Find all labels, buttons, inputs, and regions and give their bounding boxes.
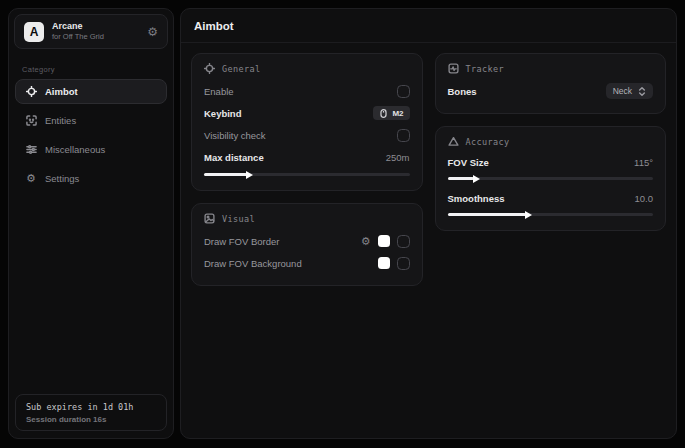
sidebar-item-label: Aimbot [45,86,78,97]
brand-card: A Arcane for Off The Grid ⚙ [14,14,168,49]
fov-size-label: FOV Size [448,157,489,168]
sidebar-item-entities[interactable]: Entities [15,108,167,133]
settings-gear-icon[interactable]: ⚙ [147,26,158,38]
sidebar-item-settings[interactable]: ⚙ Settings [15,166,167,191]
sidebar-nav: Aimbot Entities Miscellaneous ⚙ Settings [9,79,173,191]
smoothness-label: Smoothness [448,193,505,204]
slider-thumb[interactable] [473,175,480,183]
enable-checkbox[interactable] [397,85,410,98]
visibility-check-label: Visibility check [204,130,266,141]
sidebar-item-miscellaneous[interactable]: Miscellaneous [15,137,167,162]
fov-border-checkbox[interactable] [397,235,410,248]
draw-fov-border-label: Draw FOV Border [204,236,280,247]
slider-thumb[interactable] [246,171,253,179]
draw-fov-background-label: Draw FOV Background [204,258,302,269]
general-card: General Enable Keybind M2 Visibility che… [191,53,423,191]
session-duration-text: Session duration 16s [26,415,156,424]
visibility-check-checkbox[interactable] [397,129,410,142]
fov-background-checkbox[interactable] [397,257,410,270]
crosshair-icon [204,63,215,74]
mouse-icon [379,109,388,118]
visual-card-header: Visual [204,213,410,224]
app-title: Arcane [52,21,139,32]
bones-label: Bones [448,86,477,97]
max-distance-label: Max distance [204,152,264,163]
page-title: Aimbot [194,20,234,32]
card-title: Tracker [466,64,505,74]
subscription-status-card: Sub expires in 1d 01h Session duration 1… [15,394,167,431]
keybind-label: Keybind [204,108,241,119]
keybind-value: M2 [392,109,403,118]
content: General Enable Keybind M2 Visibility che… [181,43,676,296]
keybind-badge[interactable]: M2 [373,106,409,120]
card-title: Accuracy [466,137,510,147]
fov-size-row: FOV Size 115° [448,153,654,172]
category-label: Category [9,54,173,79]
sidebar-item-aimbot[interactable]: Aimbot [15,79,167,104]
main-header: Aimbot [181,9,676,43]
right-column: Tracker Bones Neck Accuracy FOV Size [435,53,667,286]
app-logo: A [24,22,44,42]
smoothness-slider[interactable] [448,213,654,216]
draw-fov-border-row: Draw FOV Border ⚙ [204,230,410,252]
max-distance-slider[interactable] [204,173,410,176]
app-subtitle: for Off The Grid [52,32,139,41]
gear-icon: ⚙ [25,173,37,185]
main-panel: Aimbot General Enable Keybind M2 [180,8,677,439]
card-title: Visual [222,214,255,224]
bones-selected-value: Neck [613,86,632,96]
fov-border-color-swatch[interactable] [378,235,390,247]
slider-thumb[interactable] [525,211,532,219]
image-icon [204,213,215,224]
tracker-card-header: Tracker [448,63,654,74]
card-title: General [222,64,261,74]
activity-icon [448,63,459,74]
tracker-card: Tracker Bones Neck [435,53,667,114]
max-distance-row: Max distance 250m [204,146,410,168]
sidebar: A Arcane for Off The Grid ⚙ Category Aim… [8,8,174,439]
left-column: General Enable Keybind M2 Visibility che… [191,53,423,286]
fov-size-slider[interactable] [448,177,654,180]
general-card-header: General [204,63,410,74]
bones-row: Bones Neck [448,80,654,102]
scan-icon [25,115,37,127]
chevron-up-down-icon [638,87,646,96]
draw-fov-background-row: Draw FOV Background [204,252,410,274]
keybind-row: Keybind M2 [204,102,410,124]
enable-row: Enable [204,80,410,102]
enable-label: Enable [204,86,234,97]
bones-select[interactable]: Neck [606,83,653,99]
smoothness-row: Smoothness 10.0 [448,189,654,208]
sliders-icon [25,144,37,156]
sidebar-item-label: Entities [45,115,76,126]
max-distance-value: 250m [386,152,410,163]
sub-expiry-text: Sub expires in 1d 01h [26,402,156,412]
triangle-icon [448,136,459,147]
crosshair-icon [25,86,37,98]
visibility-check-row: Visibility check [204,124,410,146]
fov-border-gear-icon[interactable]: ⚙ [361,236,371,247]
fov-background-color-swatch[interactable] [378,257,390,269]
smoothness-value: 10.0 [635,193,654,204]
fov-size-value: 115° [634,157,653,168]
brand-text: Arcane for Off The Grid [52,21,139,42]
accuracy-card-header: Accuracy [448,136,654,147]
sidebar-item-label: Miscellaneous [45,144,105,155]
visual-card: Visual Draw FOV Border ⚙ Draw FOV Backgr… [191,203,423,286]
sidebar-item-label: Settings [45,173,79,184]
accuracy-card: Accuracy FOV Size 115° Smoothness 10.0 [435,126,667,231]
